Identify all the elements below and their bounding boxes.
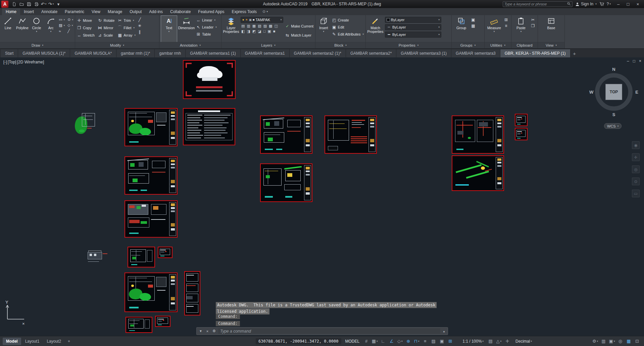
drawing-sheet-mini-sheet[interactable]: [515, 128, 528, 140]
layer-prev-icon[interactable]: ■: [273, 29, 276, 34]
undo-button[interactable]: ↶▾: [40, 1, 47, 7]
doc-close-button[interactable]: ×: [639, 59, 641, 63]
explode-tool[interactable]: ✳: [137, 23, 142, 28]
cut-button[interactable]: ✂: [531, 17, 535, 22]
file-tab[interactable]: GAMBAR sementara1: [241, 49, 290, 57]
group-button[interactable]: Group: [453, 16, 469, 42]
object-snap-icon[interactable]: ⊓▾: [413, 338, 420, 345]
linear-dimension-tool[interactable]: ↔Linear▾: [196, 17, 217, 23]
full-navigation-wheel-icon[interactable]: ◉: [632, 141, 640, 149]
line-tool[interactable]: Line: [2, 16, 14, 42]
doc-minimize-button[interactable]: –: [627, 59, 629, 63]
layer-delete-icon[interactable]: □: [263, 29, 266, 34]
panel-view-label[interactable]: View▾: [538, 42, 564, 48]
dynamic-input-icon[interactable]: ⊞: [446, 338, 454, 345]
qat-customize-button[interactable]: ▾: [55, 1, 62, 7]
panel-properties-label[interactable]: Properties▾: [366, 42, 451, 48]
file-tab[interactable]: GAMBAR sementara3 (1): [396, 49, 451, 57]
edit-block-tool[interactable]: ▣Edit: [332, 24, 364, 30]
command-recent-caret-icon[interactable]: ▾: [198, 329, 203, 333]
viewcube-north[interactable]: N: [612, 67, 615, 72]
lock-ui-icon[interactable]: ▣▾: [608, 338, 616, 345]
command-autocomplete-arrow[interactable]: ▴: [442, 330, 446, 333]
viewport-menu-button[interactable]: [-]: [3, 60, 7, 64]
drawing-sheet-detail-strip[interactable]: [184, 271, 200, 315]
drawing-sheet-elev-sheet[interactable]: [260, 115, 312, 154]
layer-walk-icon[interactable]: ◨: [247, 29, 250, 34]
ribbon-tab-view[interactable]: View: [88, 8, 104, 15]
clean-screen-icon[interactable]: ⊡: [633, 338, 641, 345]
pan-icon[interactable]: ✛: [632, 153, 640, 161]
panel-annotation-label[interactable]: Annotation▾: [159, 42, 221, 48]
leader-tool[interactable]: ↖Leader▾: [196, 24, 217, 30]
insert-flyout-caret[interactable]: ▾: [323, 30, 325, 33]
erase-tool[interactable]: ╱: [137, 17, 142, 22]
edit-attributes-tool[interactable]: ✎Edit Attributes▾: [332, 31, 364, 37]
ungroup-button[interactable]: ▣: [471, 17, 476, 22]
construction-line-tool[interactable]: ╱: [67, 29, 73, 33]
linetype-combo[interactable]: ╌ ByLayer ▾: [385, 24, 441, 30]
new-file-button[interactable]: [11, 1, 17, 7]
viewcube-east[interactable]: E: [635, 90, 638, 95]
file-tab[interactable]: gambar rmh (1)*: [116, 49, 155, 57]
isolate-objects-icon[interactable]: ◎: [616, 338, 624, 345]
arc-flyout-caret[interactable]: ▾: [50, 30, 52, 33]
drawing-sheet-iso-piping[interactable]: [452, 155, 504, 191]
panel-modify-label[interactable]: Modify▾: [75, 42, 159, 48]
viewport-view-button[interactable]: [Top]: [8, 60, 16, 64]
quick-calc-button[interactable]: ≡: [504, 23, 508, 28]
ribbon-tab-output[interactable]: Output: [126, 8, 145, 15]
ribbon-collapse-caret[interactable]: ▾: [266, 10, 268, 13]
lineweight-icon[interactable]: ≡: [421, 338, 429, 345]
command-input[interactable]: Type a command: [218, 328, 440, 334]
layer-change-icon[interactable]: ▣: [267, 29, 271, 34]
drawing-sheet-mini-sheet[interactable]: [158, 247, 172, 258]
quick-select-button[interactable]: ⊞: [504, 17, 508, 22]
layer-thaw-all-icon[interactable]: ◫: [274, 24, 278, 28]
paste-flyout-caret[interactable]: ▾: [521, 30, 522, 33]
file-tab[interactable]: Start: [1, 49, 18, 57]
spline-tool[interactable]: ≈: [59, 29, 65, 33]
ellipse-tool[interactable]: ⊙▾: [67, 17, 73, 22]
layer-unisolate-icon[interactable]: ▩: [269, 24, 272, 28]
plot-button[interactable]: [33, 1, 40, 7]
copy-clip-button[interactable]: ❐: [531, 23, 535, 28]
drawing-sheet-house-plan-sheet[interactable]: [260, 163, 312, 202]
file-tab[interactable]: GAMBAR sementara2 (1)*: [290, 49, 346, 57]
panel-layers-label[interactable]: Layers▾: [221, 42, 315, 48]
layer-color-swatch[interactable]: ■: [253, 18, 254, 21]
lineweight-combo[interactable]: ━ ByLayer ▾: [385, 32, 441, 38]
layer-lock-tool-icon[interactable]: ▧: [258, 24, 261, 28]
ribbon-options-icon[interactable]: ⊙: [262, 9, 265, 14]
snap-icon[interactable]: ▦▾: [371, 338, 379, 345]
measure-flyout-caret[interactable]: ▾: [494, 30, 495, 33]
layout-tab-layout1[interactable]: Layout1: [22, 338, 43, 345]
redo-dropdown-caret[interactable]: ▾: [53, 3, 54, 5]
panel-block-label[interactable]: Block▾: [315, 42, 365, 48]
drawing-sheet-mini-sheet[interactable]: [155, 316, 170, 327]
move-tool[interactable]: ✛Move: [77, 17, 95, 23]
command-customize-icon[interactable]: ⚙: [211, 329, 217, 333]
create-block-tool[interactable]: ◰Create: [332, 17, 364, 23]
hardware-acceleration-icon[interactable]: ▦: [625, 338, 633, 345]
text-flyout-caret[interactable]: ▾: [168, 30, 170, 33]
drawing-sheet-mini-plan[interactable]: [126, 317, 152, 333]
layer-merge-icon[interactable]: ◪: [258, 29, 261, 34]
object-color-combo[interactable]: ByLayer ▾: [385, 17, 441, 23]
fillet-tool[interactable]: ⌒Fillet▾: [117, 24, 136, 31]
drawing-sheet-mep-sheet[interactable]: [452, 115, 504, 154]
ortho-icon[interactable]: ∟: [379, 338, 387, 345]
ribbon-tab-annotate[interactable]: Annotate: [38, 8, 61, 15]
search-icon[interactable]: [567, 1, 571, 7]
save-button[interactable]: [26, 1, 32, 7]
layer-isolate-icon[interactable]: ▥: [247, 24, 250, 28]
drawing-sheet-plan-redgrid[interactable]: [325, 115, 377, 154]
undo-dropdown-caret[interactable]: ▾: [45, 3, 47, 5]
minimize-button[interactable]: –: [613, 0, 623, 8]
rotate-tool[interactable]: ↻Rotate: [98, 17, 114, 23]
ribbon-tab-manage[interactable]: Manage: [104, 8, 126, 15]
autocad-logo[interactable]: A: [1, 1, 8, 8]
layout-tab-model[interactable]: Model: [3, 338, 21, 345]
circle-tool[interactable]: Circle ▾: [30, 16, 43, 42]
file-tab[interactable]: GAMBAR sementara2*: [346, 49, 396, 57]
